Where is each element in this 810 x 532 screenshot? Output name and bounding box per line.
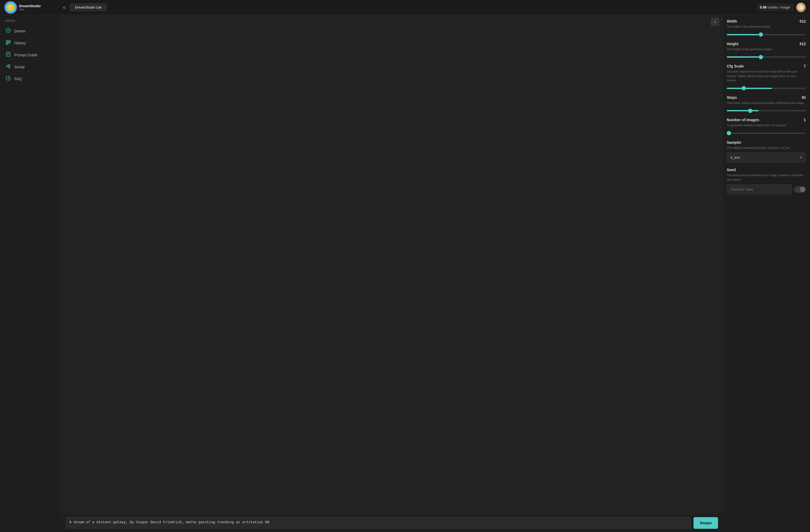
sidebar-item-history-label: History: [14, 41, 26, 45]
canvas-content: ✕: [61, 15, 722, 514]
svg-point-9: [9, 65, 10, 66]
toggle-knob: [800, 187, 805, 192]
faq-icon: ?: [5, 76, 11, 82]
height-desc: The height of the generated image.: [727, 47, 806, 52]
svg-text:?: ?: [8, 77, 10, 80]
canvas-area: ✕ Dream: [61, 15, 722, 532]
dream-icon: [5, 28, 11, 34]
prompt-bar: Dream: [61, 514, 722, 532]
cfg-scale-label: Cfg Scale: [727, 64, 744, 68]
topbar-right: 0.99 credits / image 🌕: [757, 3, 806, 12]
svg-point-8: [6, 65, 8, 67]
sidebar-item-prompt-guide[interactable]: Prompt Guide: [0, 49, 61, 61]
sidebar-item-history[interactable]: History: [0, 37, 61, 49]
logo-beta: beta: [19, 8, 41, 11]
svg-line-11: [8, 65, 9, 66]
width-slider[interactable]: [727, 34, 806, 35]
cfg-scale-setting: Cfg Scale 7 Cfg scale adjusts how much t…: [727, 64, 806, 90]
height-slider[interactable]: [727, 56, 806, 58]
history-icon: [5, 39, 11, 46]
collapse-button[interactable]: «: [63, 4, 66, 10]
height-label: Height: [727, 42, 739, 46]
height-setting: Height 512 The height of the generated i…: [727, 42, 806, 59]
width-desc: The width of the generated image.: [727, 24, 806, 29]
sampler-setting: Sampler The diffusion sampling method. D…: [727, 140, 806, 163]
avatar[interactable]: 🌕: [796, 3, 806, 12]
sidebar-item-faq-label: FAQ: [14, 77, 22, 81]
svg-point-10: [9, 67, 10, 68]
sidebar: MENU Dream History: [0, 15, 61, 532]
seed-container: [727, 184, 806, 194]
steps-label: Steps: [727, 95, 737, 100]
settings-panel: Width 512 The width of the generated ima…: [722, 15, 810, 532]
seed-desc: The seed used to generate your image. En…: [727, 173, 806, 182]
svg-rect-3: [6, 44, 8, 44]
cfg-scale-desc: Cfg scale adjusts how much the image wil…: [727, 69, 806, 83]
credits-value: 0.99: [760, 5, 767, 9]
social-icon: [5, 64, 11, 70]
height-value: 512: [800, 42, 806, 46]
steps-desc: How many steps to spend generating (diff…: [727, 101, 806, 105]
logo-icon: 👁: [4, 1, 17, 14]
steps-slider[interactable]: [727, 110, 806, 111]
prompt-guide-icon: [5, 52, 11, 58]
credits-display: 0.99 credits / image: [757, 4, 793, 11]
svg-rect-2: [6, 42, 10, 43]
menu-label: MENU: [0, 19, 61, 25]
sampler-desc: The diffusion sampling method. Default i…: [727, 146, 806, 150]
num-images-slider[interactable]: [727, 133, 806, 134]
sidebar-item-social[interactable]: Social: [0, 61, 61, 73]
steps-value: 50: [801, 95, 806, 100]
canvas-close-button[interactable]: ✕: [711, 18, 719, 26]
num-images-desc: To generate multiple images from one pro…: [727, 123, 806, 128]
steps-setting: Steps 50 How many steps to spend generat…: [727, 95, 806, 113]
width-label: Width: [727, 19, 737, 23]
svg-rect-1: [6, 40, 10, 41]
svg-line-12: [8, 66, 9, 67]
sidebar-item-prompt-guide-label: Prompt Guide: [14, 53, 37, 57]
width-value: 512: [800, 19, 806, 23]
sampler-label: Sampler: [727, 140, 741, 145]
seed-toggle[interactable]: [794, 186, 806, 193]
main-layout: MENU Dream History: [0, 15, 810, 532]
dreamstudio-lite-tab[interactable]: DreamStudio Lite: [70, 3, 107, 11]
sidebar-item-faq[interactable]: ? FAQ: [0, 73, 61, 85]
seed-setting: Seed The seed used to generate your imag…: [727, 168, 806, 194]
toggle-track[interactable]: [794, 186, 806, 193]
num-images-value: 1: [804, 118, 806, 122]
topbar: 👁 DreamStudio beta « DreamStudio Lite 0.…: [0, 0, 810, 15]
cfg-scale-value: 7: [804, 64, 806, 68]
prompt-input[interactable]: [65, 517, 691, 529]
num-images-setting: Number of Images 1 To generate multiple …: [727, 118, 806, 135]
logo-area: 👁 DreamStudio beta: [4, 1, 63, 14]
cfg-scale-slider[interactable]: [727, 88, 806, 89]
sampler-select-container: k_lms k_dpm_2 k_euler k_euler_a k_dpm_2_…: [727, 152, 806, 162]
sidebar-item-dream-label: Dream: [14, 29, 26, 33]
dream-button[interactable]: Dream: [694, 517, 718, 529]
sidebar-item-social-label: Social: [14, 65, 25, 69]
logo-name: DreamStudio: [19, 4, 41, 8]
sidebar-item-dream[interactable]: Dream: [0, 25, 61, 37]
credits-label: credits / image: [767, 5, 790, 9]
width-setting: Width 512 The width of the generated ima…: [727, 19, 806, 36]
seed-input[interactable]: [727, 184, 792, 194]
num-images-label: Number of Images: [727, 118, 759, 122]
seed-label: Seed: [727, 168, 735, 172]
sampler-select[interactable]: k_lms k_dpm_2 k_euler k_euler_a k_dpm_2_…: [727, 152, 806, 162]
